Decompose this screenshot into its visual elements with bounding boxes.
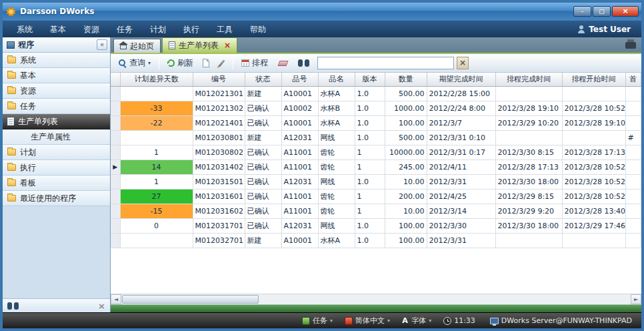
cell-quantity[interactable]: 100.00: [385, 233, 427, 248]
grid-column-header[interactable]: 排程开始时间: [562, 73, 625, 86]
grid-row[interactable]: 27 M012031601 已确认 A11001 齿轮 1 200.00 201…: [111, 189, 641, 204]
menu-item[interactable]: 任务: [108, 21, 141, 38]
cell-expected-finish-time[interactable]: 2012/2/28 15:00: [427, 86, 495, 101]
grid-column-header[interactable]: 排程完成时间: [495, 73, 562, 86]
cell-schedule-start-time[interactable]: 2012/3/28 19:10: [562, 115, 625, 130]
menu-item[interactable]: 执行: [175, 21, 208, 38]
cell-schedule-start-time[interactable]: [562, 233, 625, 248]
sidebar-item[interactable]: 系统: [3, 53, 110, 68]
cell-order-number[interactable]: M012030802: [193, 145, 245, 159]
grid-row[interactable]: M012021301 新建 A10001 水杯A 1.0 500.00 2012…: [111, 86, 641, 101]
cell-item-name[interactable]: 齿轮: [318, 159, 355, 174]
sidebar-item[interactable]: 任务: [3, 99, 110, 114]
cell-item-name[interactable]: 网线: [318, 130, 355, 145]
cell-schedule-finish-time[interactable]: 2012/3/30 8:15: [495, 145, 562, 159]
cell-expected-finish-time[interactable]: 2012/3/14: [427, 204, 495, 218]
tab-production-order-list[interactable]: 生产单列表 ×: [162, 37, 237, 53]
cell-schedule-finish-time[interactable]: 2012/3/28 19:10: [495, 101, 562, 115]
cell-expected-finish-time[interactable]: 2012/4/25: [427, 189, 495, 204]
new-button[interactable]: [199, 57, 213, 69]
cell-plan-diff-days[interactable]: 0: [120, 218, 193, 233]
sidebar-item[interactable]: 资源: [3, 83, 110, 99]
grid-column-header[interactable]: 品号: [281, 73, 318, 86]
cell-item-number[interactable]: A11001: [281, 204, 318, 218]
cell-expected-finish-time[interactable]: 2012/3/31: [427, 174, 495, 189]
minimize-button[interactable]: –: [573, 6, 591, 17]
cell-schedule-finish-time[interactable]: [495, 86, 562, 101]
cell-version[interactable]: 1.0: [355, 115, 385, 130]
cell-version[interactable]: 1.0: [355, 218, 385, 233]
refresh-button[interactable]: 刷新: [164, 56, 197, 70]
cell-quantity[interactable]: 10.00: [385, 204, 427, 218]
tab-start-page[interactable]: 起始页: [113, 39, 161, 53]
cell-plan-diff-days[interactable]: 1: [120, 174, 193, 189]
cell-order-number[interactable]: M012030801: [193, 130, 245, 145]
cell-status[interactable]: 已确认: [245, 115, 281, 130]
cell-item-number[interactable]: A11001: [281, 189, 318, 204]
cell-version[interactable]: 1: [355, 159, 385, 174]
cell-quantity[interactable]: 100.00: [385, 218, 427, 233]
cell-status[interactable]: 已确认: [245, 174, 281, 189]
cell-schedule-start-time[interactable]: 2012/3/28 13:40: [562, 204, 625, 218]
cell-order-number[interactable]: M012021302: [193, 101, 245, 115]
cell-plan-diff-days[interactable]: [120, 130, 193, 145]
edit-button[interactable]: [215, 58, 228, 69]
schedule-button[interactable]: 排程: [238, 56, 271, 70]
cell-item-name[interactable]: 齿轮: [318, 189, 355, 204]
sidebar-item[interactable]: 最近使用的程序: [3, 191, 110, 206]
cell-schedule-finish-time[interactable]: 2012/3/29 10:20: [495, 115, 562, 130]
maximize-button[interactable]: □: [593, 6, 611, 17]
cell-item-name[interactable]: 水杯A: [318, 86, 355, 101]
cell-schedule-finish-time[interactable]: 2012/3/30 18:00: [495, 174, 562, 189]
cell-expected-finish-time[interactable]: 2012/3/30: [427, 218, 495, 233]
cell-status[interactable]: 已确认: [245, 101, 281, 115]
cell-expected-finish-time[interactable]: 2012/4/11: [427, 159, 495, 174]
menu-item[interactable]: 帮助: [241, 21, 275, 38]
cell-quantity[interactable]: 200.00: [385, 189, 427, 204]
cell-quantity[interactable]: 1000.00: [385, 101, 427, 115]
statusbar-item[interactable]: 字体 ▾: [402, 316, 431, 326]
cell-version[interactable]: 1: [355, 189, 385, 204]
cell-item-number[interactable]: A12031: [281, 130, 318, 145]
cell-item-name[interactable]: 水杯A: [318, 233, 355, 248]
cell-plan-diff-days[interactable]: -22: [120, 115, 193, 130]
cell-quantity[interactable]: 10.00: [385, 174, 427, 189]
cell-item-number[interactable]: A12031: [281, 174, 318, 189]
menu-item[interactable]: 资源: [75, 21, 108, 38]
cell-version[interactable]: 1.0: [355, 101, 385, 115]
cell-schedule-start-time[interactable]: 2012/3/28 10:52: [562, 159, 625, 174]
cell-status[interactable]: 新建: [245, 130, 281, 145]
cell-status[interactable]: 已确认: [245, 189, 281, 204]
cell-item-name[interactable]: 水杯B: [318, 101, 355, 115]
cell-item-name[interactable]: 网线: [318, 218, 355, 233]
cell-schedule-finish-time[interactable]: 2012/3/29 8:15: [495, 189, 562, 204]
sidebar-item[interactable]: 生产单列表: [3, 114, 110, 129]
clear-search-button[interactable]: ×: [457, 57, 469, 69]
close-icon[interactable]: ×: [98, 302, 105, 310]
cell-plan-diff-days[interactable]: -33: [120, 101, 193, 115]
cell-order-number[interactable]: M012031701: [193, 218, 245, 233]
cell-status[interactable]: 新建: [245, 86, 281, 101]
sidebar-item[interactable]: 看板: [3, 176, 110, 191]
cell-order-number[interactable]: M012031602: [193, 204, 245, 218]
cell-quantity[interactable]: 500.00: [385, 86, 427, 101]
sidebar-item[interactable]: 基本: [3, 68, 110, 83]
statusbar-item[interactable]: DWorks Server@FUNWAY-THINKPAD: [490, 316, 635, 325]
cell-plan-diff-days[interactable]: 1: [120, 145, 193, 159]
grid-column-header[interactable]: 状态: [245, 73, 281, 86]
cell-schedule-start-time[interactable]: 2012/3/28 10:52: [562, 101, 625, 115]
cell-plan-diff-days[interactable]: [120, 86, 193, 101]
cell-item-number[interactable]: A11001: [281, 145, 318, 159]
grid-row[interactable]: 0 M012031701 已确认 A12031 网线 1.0 100.00 20…: [111, 218, 641, 233]
grid-row[interactable]: 1 M012030802 已确认 A11001 齿轮 1 10000.00 20…: [111, 145, 641, 159]
cell-plan-diff-days[interactable]: -15: [120, 204, 193, 218]
cell-quantity[interactable]: 500.00: [385, 130, 427, 145]
cell-order-number[interactable]: M012031402: [193, 159, 245, 174]
grid-row[interactable]: M012030801 新建 A12031 网线 1.0 500.00 2012/…: [111, 130, 641, 145]
grid-row[interactable]: -33 M012021302 已确认 A10002 水杯B 1.0 1000.0…: [111, 101, 641, 115]
cell-item-name[interactable]: 网线: [318, 174, 355, 189]
sidebar-item[interactable]: 计划: [3, 145, 110, 160]
cell-schedule-start-time[interactable]: 2012/3/28 10:52: [562, 189, 625, 204]
cell-order-number[interactable]: M012021401: [193, 115, 245, 130]
tab-close-icon[interactable]: ×: [224, 41, 231, 49]
